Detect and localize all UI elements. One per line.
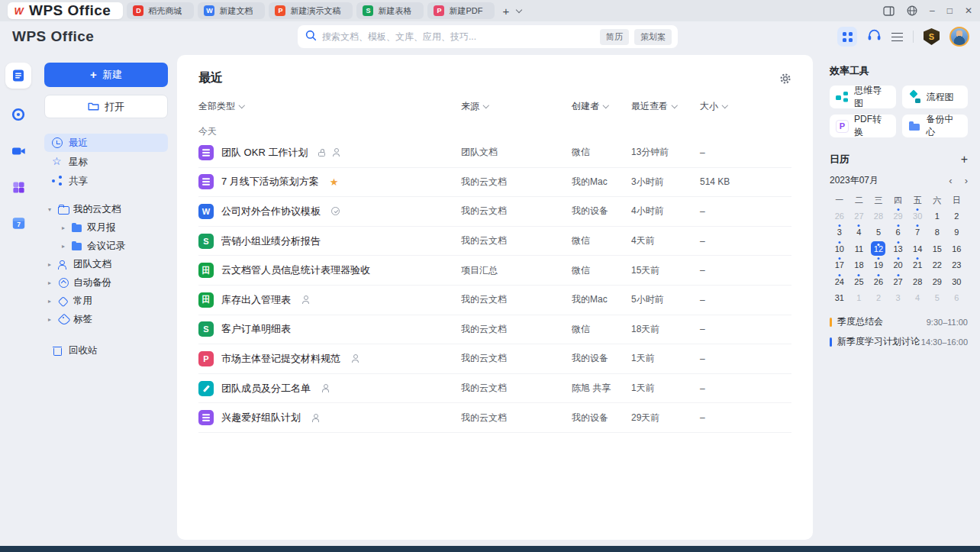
calendar-day[interactable]: 7 — [907, 224, 927, 241]
calendar-day[interactable]: 2 — [947, 208, 967, 224]
filter-viewed[interactable]: 最近查看 — [631, 100, 700, 113]
caret-icon[interactable]: ▸ — [60, 243, 67, 250]
calendar-day[interactable]: 4 — [907, 290, 927, 307]
calendar-day[interactable]: 3 — [830, 224, 849, 241]
calendar-day[interactable]: 9 — [947, 224, 967, 241]
sidebar-tree-item[interactable]: ▸ 会议记录 — [44, 237, 168, 255]
caret-icon[interactable]: ▸ — [46, 298, 53, 305]
tab[interactable]: P 新建演示文稿 — [269, 2, 353, 19]
calendar-day[interactable]: 19 — [869, 257, 888, 274]
maximize-button[interactable]: □ — [947, 6, 953, 15]
caret-icon[interactable]: ▸ — [46, 261, 53, 268]
filter-creator[interactable]: 创建者 — [572, 100, 631, 113]
calendar-day[interactable]: 27 — [849, 208, 869, 224]
calendar-day[interactable]: 14 — [907, 240, 927, 257]
file-row[interactable]: 7 月线下活动策划方案 ★ 我的云文档 我的Mac 3小时前 514 KB — [198, 168, 791, 198]
sidebar-tree-item[interactable]: ▸ 双月报 — [44, 219, 168, 237]
calendar-day[interactable]: 21 — [907, 257, 927, 274]
tool-item[interactable]: P PDF转换 — [830, 115, 896, 137]
sidebar-tree-item[interactable]: ▸ 标签 — [44, 311, 168, 328]
calendar-prev-button[interactable]: ‹ — [949, 176, 952, 186]
close-button[interactable]: ✕ — [965, 6, 972, 15]
file-row[interactable]: S 客户订单明细表 我的云文档 微信 18天前 – — [198, 315, 791, 345]
calendar-day[interactable]: 12 — [869, 240, 888, 257]
calendar-day[interactable]: 23 — [947, 257, 967, 274]
file-row[interactable]: W 公司对外合作协议模板 我的云文档 我的设备 4小时前 – — [198, 197, 791, 227]
file-row[interactable]: 田 云文档管人员信息统计表理器验收 项目汇总 微信 15天前 – — [198, 256, 791, 286]
event-item[interactable]: 新季度学习计划讨论 14:30–16:00 — [830, 335, 968, 348]
file-row[interactable]: S 营销小组业绩分析报告 我的云文档 微信 4天前 – — [198, 227, 791, 257]
add-event-button[interactable]: + — [961, 153, 968, 166]
calendar-day[interactable]: 2 — [869, 290, 888, 307]
file-row[interactable]: 兴趣爱好组队计划 我的云文档 我的设备 29天前 – — [198, 403, 791, 433]
file-row[interactable]: 田 库存出入管理表 我的云文档 我的Mac 5小时前 – — [198, 286, 791, 315]
sidebar-item-trash[interactable]: 回收站 — [44, 341, 168, 360]
calendar-day[interactable]: 20 — [888, 257, 908, 274]
avatar[interactable] — [949, 27, 969, 47]
file-row[interactable]: P 市场主体登记提交材料规范 我的云文档 我的设备 1天前 – — [198, 344, 791, 374]
calendar-day[interactable]: 24 — [830, 273, 849, 290]
calendar-day[interactable]: 5 — [927, 290, 947, 307]
sidebar-nav-item[interactable]: 共享 — [44, 172, 168, 190]
filter-type[interactable]: 全部类型 — [198, 100, 461, 113]
calendar-day[interactable]: 1 — [927, 208, 947, 224]
calendar-day[interactable]: 22 — [927, 257, 947, 274]
calendar-7-icon[interactable]: 7 — [11, 216, 26, 234]
timeline-icon[interactable] — [11, 107, 26, 125]
sidebar-tree-item[interactable]: ▸ 团队文档 — [44, 256, 168, 273]
search-tag-plan[interactable]: 策划案 — [634, 29, 672, 45]
caret-icon[interactable]: ▸ — [46, 279, 53, 286]
calendar-day[interactable]: 29 — [927, 273, 947, 290]
tool-item[interactable]: 备份中心 — [902, 115, 969, 137]
calendar-day[interactable]: 15 — [927, 240, 947, 257]
meeting-icon[interactable] — [11, 144, 27, 162]
apps-icon[interactable] — [11, 180, 26, 198]
main-menu-icon[interactable] — [891, 33, 903, 41]
calendar-day[interactable]: 3 — [888, 290, 908, 307]
sidebar-tree-item[interactable]: ▸ 自动备份 — [44, 274, 168, 292]
caret-icon[interactable]: ▸ — [46, 316, 53, 323]
new-tab-button[interactable]: + — [502, 5, 509, 17]
calendar-day[interactable]: 1 — [849, 290, 869, 307]
calendar-next-button[interactable]: › — [965, 176, 968, 186]
member-badge-icon[interactable]: S — [924, 28, 940, 45]
event-item[interactable]: 季度总结会 9:30–11:00 — [830, 315, 968, 328]
file-row[interactable]: 团队 OKR 工作计划 团队文档 微信 13分钟前 – — [198, 138, 791, 168]
tab[interactable]: S 新建表格 — [356, 2, 424, 19]
calendar-day[interactable]: 31 — [830, 290, 849, 307]
calendar-day[interactable]: 6 — [947, 290, 967, 307]
calendar-day[interactable]: 28 — [907, 273, 927, 290]
search-input[interactable] — [322, 31, 595, 42]
calendar-day[interactable]: 29 — [888, 208, 908, 224]
calendar-day[interactable]: 13 — [888, 240, 908, 257]
calendar-day[interactable]: 27 — [888, 273, 908, 290]
sidebar-tree-item[interactable]: ▾ 我的云文档 — [44, 201, 168, 218]
tool-item[interactable]: 思维导图 — [830, 86, 896, 108]
file-row[interactable]: 团队成员及分工名单 我的云文档 陈旭 共享 1天前 – — [198, 374, 791, 404]
calendar-day[interactable]: 10 — [830, 240, 849, 257]
new-document-button[interactable]: 新建 — [44, 63, 168, 87]
calendar-day[interactable]: 30 — [947, 273, 967, 290]
tab-dropdown-button[interactable] — [517, 10, 521, 12]
calendar-day[interactable]: 4 — [849, 224, 869, 241]
tab[interactable]: W WPS Office — [8, 2, 123, 19]
caret-icon[interactable]: ▾ — [46, 206, 53, 213]
sidebar-tree-item[interactable]: ▸ 常用 — [44, 292, 168, 310]
global-search-bar[interactable]: 简历 策划案 — [298, 25, 678, 48]
sidebar-nav-item[interactable]: 最近 — [44, 134, 168, 152]
tab[interactable]: W 新建文档 — [198, 2, 265, 19]
calendar-day[interactable]: 25 — [849, 273, 869, 290]
filter-size[interactable]: 大小 — [700, 100, 791, 113]
calendar-day[interactable]: 28 — [869, 208, 888, 224]
search-tag-resume[interactable]: 简历 — [600, 29, 629, 45]
minimize-button[interactable]: – — [930, 6, 935, 15]
calendar-day[interactable]: 16 — [947, 240, 967, 257]
calendar-day[interactable]: 8 — [927, 224, 947, 241]
calendar-day[interactable]: 17 — [830, 257, 849, 274]
caret-icon[interactable]: ▸ — [60, 224, 67, 231]
apps-grid-icon[interactable] — [837, 27, 857, 47]
calendar-day[interactable]: 6 — [888, 224, 908, 241]
gear-icon[interactable] — [779, 73, 791, 85]
calendar-day[interactable]: 26 — [869, 273, 888, 290]
calendar-day[interactable]: 11 — [849, 240, 869, 257]
